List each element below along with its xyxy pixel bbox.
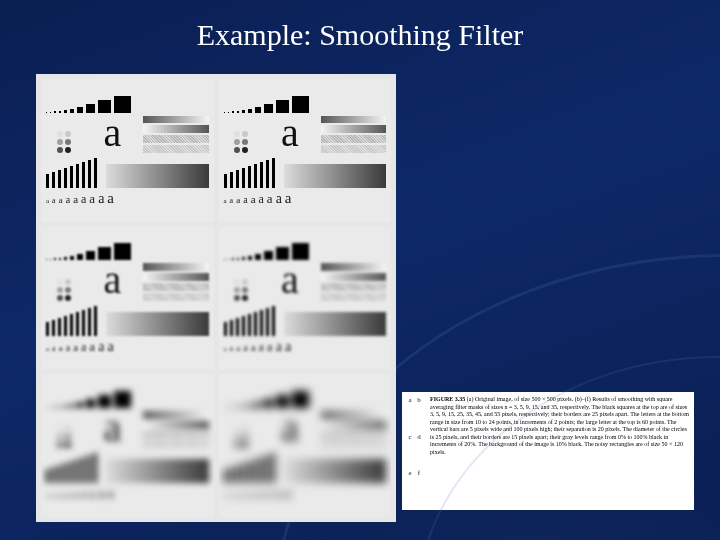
smoothing-figure-grid: aaaaaaaaaaaaaaaaaaaaaaaaaaaaaaaaaaaaaaaa… xyxy=(36,74,396,522)
panel-2: aaaaaaaaaa xyxy=(41,227,214,370)
big-a: a xyxy=(281,408,299,448)
figure-caption: abcdef FIGURE 3.35 (a) Original image, o… xyxy=(402,392,694,510)
big-a: a xyxy=(281,260,299,300)
panel-3: aaaaaaaaaa xyxy=(219,227,392,370)
slide-title: Example: Smoothing Filter xyxy=(0,0,720,58)
caption-figure-label: FIGURE 3.35 xyxy=(430,396,465,402)
panel-5: aaaaaaaaaa xyxy=(219,374,392,517)
panel-0: aaaaaaaaaa xyxy=(41,79,214,222)
big-a: a xyxy=(103,113,121,153)
panel-1: aaaaaaaaaa xyxy=(219,79,392,222)
caption-body: (a) Original image, of size 500 × 500 pi… xyxy=(430,396,689,455)
caption-text: FIGURE 3.35 (a) Original image, of size … xyxy=(430,396,690,506)
big-a: a xyxy=(103,408,121,448)
big-a: a xyxy=(281,113,299,153)
caption-panel-labels: abcdef xyxy=(406,396,424,506)
panel-4: aaaaaaaaaa xyxy=(41,374,214,517)
big-a: a xyxy=(103,260,121,300)
